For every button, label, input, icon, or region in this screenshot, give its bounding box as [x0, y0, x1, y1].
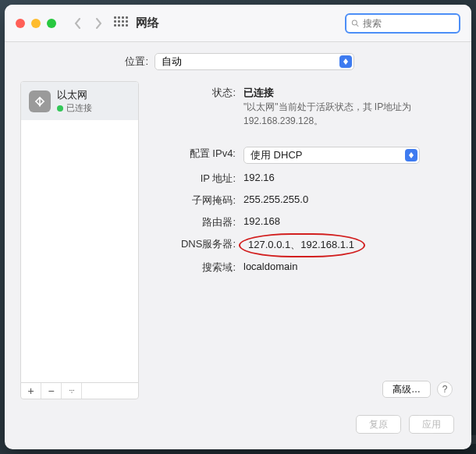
svg-point-2	[69, 389, 70, 390]
status-value: 已连接	[243, 86, 448, 100]
svg-point-0	[352, 20, 357, 24]
add-interface-button[interactable]: +	[21, 383, 41, 399]
dns-value: 127.0.0.1、192.168.1.1	[243, 237, 359, 253]
ipv4-label: 配置 IPv4:	[150, 147, 243, 164]
close-icon[interactable]	[16, 19, 25, 28]
location-value: 自动	[162, 55, 182, 69]
dns-label: DNS服务器:	[150, 237, 243, 253]
help-button[interactable]: ?	[437, 381, 453, 397]
select-arrows-icon	[405, 149, 417, 161]
searchdomain-label: 搜索域:	[150, 261, 243, 275]
advanced-button[interactable]: 高级…	[382, 381, 431, 398]
subnet-label: 子网掩码:	[150, 193, 243, 207]
remove-interface-button[interactable]: −	[41, 383, 62, 399]
ipv4-select[interactable]: 使用 DHCP	[243, 147, 420, 164]
ip-label: IP 地址:	[150, 172, 243, 186]
router-value: 192.168	[243, 215, 280, 227]
ip-value: 192.16	[243, 172, 275, 183]
interface-name: 以太网	[57, 88, 92, 102]
ethernet-icon	[29, 90, 51, 112]
apply-button[interactable]: 应用	[409, 415, 454, 434]
svg-line-1	[357, 24, 359, 27]
search-field[interactable]	[345, 13, 460, 34]
location-label: 位置:	[5, 55, 155, 69]
interfaces-sidebar: 以太网 已连接	[20, 81, 139, 395]
searchdomain-value: localdomain	[243, 261, 448, 275]
select-arrows-icon	[339, 55, 352, 68]
show-all-icon[interactable]	[114, 16, 128, 30]
sidebar-footer: + −	[20, 382, 139, 399]
actions-menu-button[interactable]	[62, 383, 82, 399]
svg-point-4	[73, 389, 73, 390]
status-description: "以太网"当前处于活跃状态，其 IP地址为 192.168.239.128。	[243, 100, 431, 128]
titlebar: 网络	[5, 5, 471, 42]
interface-status: 已连接	[66, 102, 92, 114]
forward-button[interactable]	[91, 16, 106, 31]
subnet-value: 255.255.255.0	[243, 193, 448, 207]
detail-panel: 状态: 已连接 "以太网"当前处于活跃状态，其 IP地址为 192.168.23…	[150, 81, 456, 395]
zoom-icon[interactable]	[47, 19, 56, 28]
location-row: 位置: 自动	[5, 42, 471, 81]
ipv4-value: 使用 DHCP	[250, 148, 302, 162]
prefs-window: 网络 位置: 自动 以太网	[5, 5, 471, 449]
sidebar-item-ethernet[interactable]: 以太网 已连接	[21, 82, 138, 120]
minimize-icon[interactable]	[31, 19, 41, 28]
back-button[interactable]	[70, 16, 86, 31]
status-label: 状态:	[150, 86, 243, 128]
search-icon	[351, 19, 360, 28]
status-dot-icon	[57, 105, 63, 112]
search-input[interactable]	[363, 18, 454, 29]
router-label: 路由器:	[150, 215, 243, 229]
revert-button[interactable]: 复原	[356, 415, 401, 434]
window-title: 网络	[136, 16, 159, 30]
traffic-lights	[16, 19, 56, 28]
svg-point-3	[71, 389, 72, 390]
location-select[interactable]: 自动	[155, 53, 354, 70]
